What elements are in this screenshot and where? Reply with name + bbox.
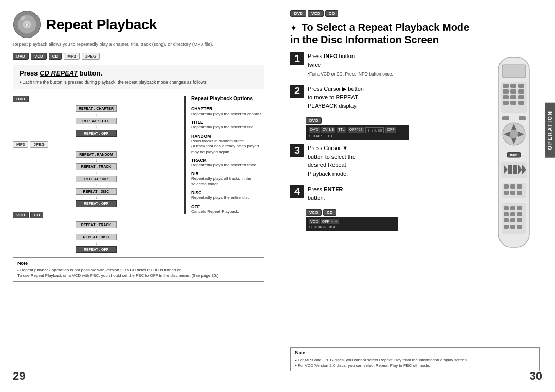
step-1-desc: Press INFO buttontwice . •For a VCD or C… xyxy=(308,52,393,78)
note-text-1: • Repeat playback operation is not possi… xyxy=(17,267,260,278)
press-section: Press CD REPEAT button. • Each time the … xyxy=(13,65,264,89)
operation-tab: OPERATION xyxy=(545,103,555,158)
svg-rect-52 xyxy=(510,218,515,222)
step-2: 2 Press Cursor ▶ buttonto move to REPEAT… xyxy=(290,85,484,110)
disc-icon xyxy=(13,10,41,39)
svg-point-3 xyxy=(26,23,29,26)
dvd-s-cv: CV 1/3 xyxy=(321,127,335,133)
right-title-text: To Select a Repeat Playback Modein the D… xyxy=(290,22,469,45)
vcd-cursor-up: ↑↓ xyxy=(309,225,312,229)
option-random-name: RANDOM xyxy=(191,134,264,139)
svg-rect-19 xyxy=(518,101,524,105)
svg-rect-11 xyxy=(503,89,509,94)
option-title-desc: Repeatedly plays the selected title. xyxy=(191,125,264,130)
dvd-badge-row: DVD xyxy=(13,96,179,102)
press-title-bold: CD REPEAT xyxy=(40,69,78,77)
svg-rect-42 xyxy=(510,191,515,195)
right-page: OPERATION DVD VCD CD ✦ To Select a Repea… xyxy=(278,0,555,392)
note-title: Note xyxy=(17,260,260,266)
svg-rect-55 xyxy=(510,225,515,229)
right-badge-dvd: DVD xyxy=(290,10,306,17)
step-1-note: •For a VCD or CD, Press INFO button once… xyxy=(308,71,393,78)
vcd-badge-row: VCD CD xyxy=(13,212,179,218)
option-track-desc: Repeatedly plays the selected track. xyxy=(191,163,264,168)
option-off-desc: Cancels Repeat Playback. xyxy=(191,209,264,214)
format-badges: DVD VCD CD MP3 JPEG xyxy=(13,53,264,60)
option-title: TITLE Repeatedly plays the selected titl… xyxy=(191,120,264,130)
steps-remote-layout: 1 Press INFO buttontwice . •For a VCD or… xyxy=(290,52,542,253)
svg-rect-54 xyxy=(504,225,509,229)
svg-rect-33 xyxy=(510,165,512,174)
svg-rect-32 xyxy=(508,165,510,174)
mp3-arrow-3: ↓ xyxy=(95,183,98,188)
remote-column: INFO xyxy=(491,57,542,253)
right-title-area: ✦ To Select a Repeat Playback Modein the… xyxy=(290,21,542,46)
right-badge-cd: CD xyxy=(325,10,339,17)
mp3-flow-1: REPEAT : RANDOM xyxy=(76,151,117,158)
star-icon: ✦ xyxy=(290,24,297,32)
option-dir: DIR Repeatedly plays all tracks in these… xyxy=(191,171,264,187)
svg-rect-12 xyxy=(510,89,516,94)
mp3-arrow-1: ↓ xyxy=(95,158,98,163)
svg-rect-40 xyxy=(517,184,522,189)
svg-rect-49 xyxy=(510,212,515,216)
display-dvd-badge: DVD xyxy=(306,117,322,124)
svg-rect-13 xyxy=(518,89,524,94)
dvd-screen-row1: DVD CV 1/3 TTL OFF/ 02 TT/TL 08 OFF xyxy=(309,127,405,133)
option-disc-desc: Repeatedly plays the entire disc. xyxy=(191,195,264,200)
svg-rect-41 xyxy=(504,191,509,195)
dvd-flow-3: REPEAT : OFF xyxy=(76,130,117,137)
vcd-arrow-2: ↓ xyxy=(95,241,98,246)
option-random-desc: Plays tracks in random order.(A track th… xyxy=(191,139,264,155)
right-note-text: • For MP3 and JPEG discs, you cannot sel… xyxy=(295,357,535,368)
option-random: RANDOM Plays tracks in random order.(A t… xyxy=(191,134,264,155)
step-2-number: 2 xyxy=(290,85,304,98)
mp3-flow-2: REPEAT : TRACK xyxy=(76,163,117,170)
display-vcd-badge: VCD xyxy=(306,209,322,216)
svg-rect-39 xyxy=(510,184,515,189)
left-main-content: DVD REPEAT : CHAPTER ↓ REPEAT : TITLE ↓ … xyxy=(13,96,264,253)
vcd-screen-row2: ↑↓ TRACK DISC xyxy=(309,225,395,229)
badge-dvd: DVD xyxy=(13,53,29,60)
badge-mp3: MP3 xyxy=(64,53,79,60)
dvd-screen-row2: ↑ CHAP ↓ TITLE xyxy=(309,134,405,138)
mp3-flow: REPEAT : RANDOM ↓ REPEAT : TRACK ↓ REPEA… xyxy=(13,151,179,208)
svg-rect-10 xyxy=(518,84,524,88)
vcd-screen: VCD OFF ←→ ↑↓ TRACK DISC xyxy=(306,217,398,231)
svg-rect-16 xyxy=(518,95,524,99)
flow-vcd-badge: VCD xyxy=(13,212,29,218)
option-track-name: TRACK xyxy=(191,158,264,163)
dvd-s-off2: OFF xyxy=(385,127,396,133)
dvd-flow-2: REPEAT : TITLE xyxy=(76,118,117,124)
steps-column: 1 Press INFO buttontwice . •For a VCD or… xyxy=(290,52,484,253)
dvd-cursor-chap: ↑ CHAP xyxy=(309,134,322,138)
remote-svg: INFO xyxy=(491,57,537,252)
step-3: 3 Press Cursor ▼button to select thedesi… xyxy=(290,144,484,178)
vcd-flow-2: REPEAT : DISC xyxy=(76,234,117,240)
option-chapter-desc: Repeatedly plays the selected chapter. xyxy=(191,111,264,117)
vcd-flow-3: REPEAT : OFF xyxy=(76,246,117,253)
svg-rect-50 xyxy=(517,212,522,216)
options-section: Repeat Playback Options CHAPTER Repeated… xyxy=(184,96,264,253)
option-chapter: CHAPTER Repeatedly plays the selected ch… xyxy=(191,106,264,117)
right-note-title: Note xyxy=(295,350,535,356)
subtitle-text: Repeat playback allows you to repeatedly… xyxy=(13,42,264,47)
vcd-flow: REPEAT : TRACK ↓ REPEAT : DISC ↓ REPEAT … xyxy=(13,221,179,253)
dvd-arrow-1: ↓ xyxy=(95,113,98,117)
dvd-s-dvd: DVD xyxy=(309,127,320,133)
option-disc: DISC Repeatedly plays the entire disc. xyxy=(191,190,264,200)
vcd-screen-row1: VCD OFF ←→ xyxy=(309,219,395,224)
svg-rect-27 xyxy=(519,116,526,120)
dvd-arrow-2: ↓ xyxy=(95,125,98,129)
svg-rect-38 xyxy=(504,184,509,189)
option-off: OFF Cancels Repeat Playback. xyxy=(191,204,264,214)
mp3-flow-5: REPEAT : OFF xyxy=(76,200,117,207)
left-page: Repeat Playback Repeat playback allows y… xyxy=(0,0,278,392)
display-cd-badge: CD xyxy=(323,209,337,216)
dvd-s-ttlh: TT/TL 08 xyxy=(365,127,384,133)
step-4-number: 4 xyxy=(290,185,304,198)
option-disc-name: DISC xyxy=(191,190,264,195)
mp3-flow-4: REPEAT : DISC xyxy=(76,188,117,195)
step-4: 4 Press ENTERbutton. xyxy=(290,185,484,202)
svg-rect-47 xyxy=(517,206,522,210)
